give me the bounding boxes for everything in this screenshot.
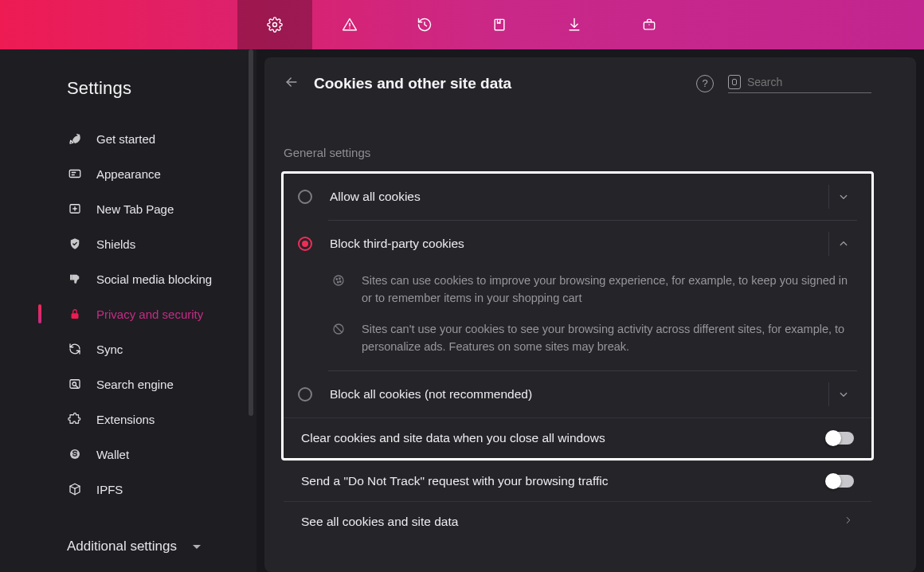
sidebar-item-label: Search engine	[96, 378, 174, 391]
gear-icon	[267, 17, 283, 33]
sidebar-item-label: Privacy and security	[96, 308, 203, 321]
sidebar-item-label: Shields	[96, 237, 135, 251]
svg-rect-6	[70, 380, 80, 389]
sidebar-item-label: IPFS	[96, 483, 123, 496]
lock-icon	[67, 307, 83, 321]
sidebar-item-extensions[interactable]: Extensions	[0, 402, 256, 437]
chevron-down-icon	[193, 545, 201, 549]
option-block-third-party-cookies[interactable]: Block third-party cookies	[284, 221, 871, 267]
option-allow-all-cookies[interactable]: Allow all cookies	[284, 174, 871, 220]
radio-allow-all[interactable]	[298, 190, 312, 204]
sidebar-title: Settings	[0, 78, 256, 121]
sidebar-item-label: Get started	[96, 132, 155, 146]
collapse-block-third-party[interactable]	[828, 232, 857, 256]
section-label-general-settings: General settings	[284, 146, 871, 159]
option-block-all-cookies[interactable]: Block all cookies (not recommended)	[284, 371, 871, 417]
toolbar-bookmarks-tab[interactable]	[462, 0, 537, 49]
highlighted-area: Allow all cookies Block third-party cook…	[281, 171, 874, 460]
content-outer: Cookies and other site data ? General se…	[256, 49, 924, 572]
sidebar-item-social-media-blocking[interactable]: Social media blocking	[0, 261, 256, 296]
see-all-label: See all cookies and site data	[301, 515, 843, 529]
clear-on-exit-label: Clear cookies and site data when you clo…	[301, 431, 827, 445]
warning-triangle-icon	[342, 17, 358, 33]
rowow-see-all-cookies[interactable]: See all cookies and site data	[284, 501, 871, 542]
sidebar-item-appearance[interactable]: Appearance	[0, 156, 256, 191]
sidebar-item-privacy-security[interactable]: Privacy and security	[0, 296, 256, 331]
option-label: Block all cookies (not recommended)	[330, 387, 822, 402]
block-third-party-details: Sites can use cookies to improve your br…	[284, 267, 871, 370]
help-button[interactable]: ?	[696, 75, 714, 92]
svg-rect-3	[69, 170, 80, 178]
svg-point-11	[339, 278, 341, 280]
toolbar-warning-tab[interactable]	[312, 0, 387, 49]
history-icon	[417, 17, 433, 33]
chevron-right-icon	[843, 515, 854, 529]
briefcase-icon	[641, 17, 657, 33]
new-tab-icon	[67, 202, 83, 216]
toolbar-settings-tab[interactable]	[237, 0, 312, 49]
chevron-down-icon	[836, 190, 851, 204]
toolbar-downloads-tab[interactable]	[537, 0, 612, 49]
top-toolbar	[0, 0, 924, 49]
row-do-not-track: Send a "Do Not Track" request with your …	[284, 460, 871, 501]
settings-search[interactable]	[728, 73, 871, 93]
toolbar-history-tab[interactable]	[387, 0, 462, 49]
search-input[interactable]	[747, 76, 871, 88]
sidebar-item-label: New Tab Page	[96, 202, 174, 216]
sync-icon	[67, 342, 83, 356]
page-title: Cookies and other site data	[314, 75, 511, 92]
toolbar-wallet-tab[interactable]	[612, 0, 687, 49]
svg-rect-1	[495, 19, 504, 29]
sidebar-item-new-tab-page[interactable]: New Tab Page	[0, 191, 256, 226]
expand-allow-all[interactable]	[828, 185, 857, 209]
chevron-up-icon	[836, 237, 851, 251]
detail-tracking-blocked: Sites can't use your cookies to see your…	[284, 320, 871, 356]
detail-text: Sites can use cookies to improve your br…	[362, 272, 857, 308]
search-icon	[728, 75, 741, 89]
do-not-track-label: Send a "Do Not Track" request with your …	[301, 474, 827, 488]
thumbs-down-icon	[67, 272, 83, 286]
option-label: Allow all cookies	[330, 190, 822, 204]
page-header: Cookies and other site data ?	[284, 73, 871, 93]
cookie-options-panel: Allow all cookies Block third-party cook…	[284, 174, 871, 458]
question-mark-icon: ?	[702, 77, 707, 89]
svg-point-12	[338, 282, 339, 284]
toggle-do-not-track[interactable]	[827, 475, 854, 488]
radio-block-all[interactable]	[298, 387, 312, 402]
additional-settings-label: Additional settings	[67, 539, 177, 554]
chevron-down-icon	[836, 387, 851, 402]
sidebar-item-shields[interactable]: Shields	[0, 226, 256, 261]
rocket-icon	[67, 131, 83, 146]
main-layout: Settings Get started Appearance New Tab …	[0, 49, 924, 572]
content-card: Cookies and other site data ? General se…	[264, 57, 916, 572]
svg-rect-5	[72, 313, 79, 319]
radio-block-third-party[interactable]	[298, 237, 312, 251]
download-icon	[566, 17, 582, 33]
sidebar-item-sync[interactable]: Sync	[0, 331, 256, 366]
svg-point-10	[336, 279, 338, 280]
svg-point-13	[340, 281, 342, 283]
bookmark-icon	[491, 17, 507, 33]
additional-settings-expander[interactable]: Additional settings	[67, 539, 201, 554]
wallet-icon	[67, 447, 83, 461]
sidebar-item-wallet[interactable]: Wallet	[0, 437, 256, 472]
sidebar-item-search-engine[interactable]: Search engine	[0, 366, 256, 402]
sidebar-item-label: Extensions	[96, 413, 155, 426]
back-button[interactable]	[284, 74, 300, 93]
expand-block-all[interactable]	[828, 382, 857, 406]
svg-point-7	[72, 382, 76, 386]
sidebar-item-label: Appearance	[96, 167, 161, 181]
shield-icon	[67, 237, 83, 251]
cookie-icon	[330, 272, 347, 308]
sidebar-item-ipfs[interactable]: IPFS	[0, 472, 256, 507]
search-frame-icon	[67, 377, 83, 391]
svg-point-0	[273, 23, 277, 27]
sidebar-item-label: Wallet	[96, 448, 129, 461]
cube-icon	[67, 482, 83, 496]
detail-text: Sites can't use your cookies to see your…	[362, 320, 857, 356]
svg-point-9	[334, 276, 343, 285]
option-label: Block third-party cookies	[330, 237, 822, 251]
appearance-icon	[67, 167, 83, 181]
sidebar-item-get-started[interactable]: Get started	[0, 121, 256, 156]
toggle-clear-on-exit[interactable]	[827, 432, 854, 445]
